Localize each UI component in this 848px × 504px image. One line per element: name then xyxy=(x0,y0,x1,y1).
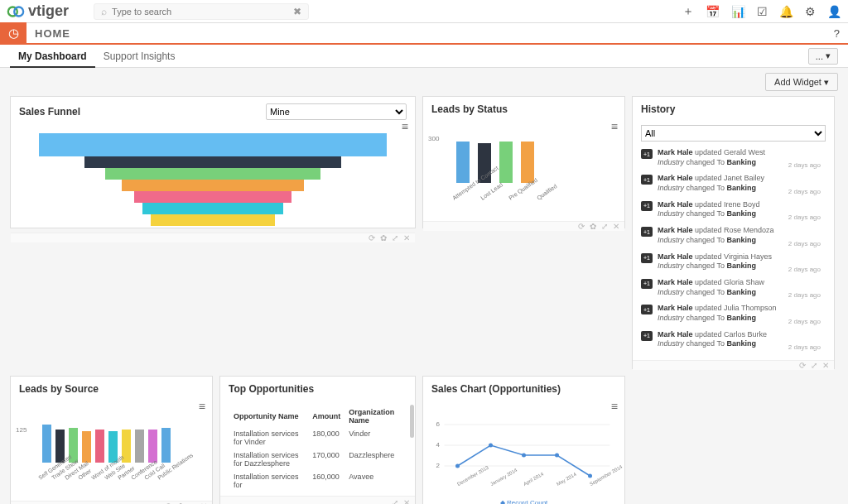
expand-icon[interactable]: ⤢ xyxy=(811,361,817,370)
expand-icon[interactable]: ⤢ xyxy=(392,498,398,504)
tabbar: My Dashboard Support Insights ... ▾ xyxy=(0,45,848,68)
close-icon[interactable]: ✕ xyxy=(403,498,410,504)
bar xyxy=(148,430,157,463)
widget-title: Top Opportunities xyxy=(229,383,314,395)
history-item[interactable]: +1Mark Hale updated Carlos BurkeIndustry… xyxy=(641,327,821,353)
check-icon[interactable]: ☑ xyxy=(757,5,768,18)
search-icon: ⌕ xyxy=(101,6,107,17)
home-icon[interactable]: ◷ xyxy=(0,22,26,44)
history-time: 2 days ago xyxy=(788,214,821,221)
close-icon[interactable]: ✕ xyxy=(822,361,829,370)
add-icon[interactable]: ＋ xyxy=(682,4,694,19)
update-icon: +1 xyxy=(641,175,653,185)
clear-search-icon[interactable]: ✖ xyxy=(293,6,301,17)
col-opp-name: Opportunity Name xyxy=(230,406,307,426)
widget-title: Sales Funnel xyxy=(19,106,80,118)
svg-point-1 xyxy=(14,7,23,16)
svg-point-11 xyxy=(555,454,559,458)
search-box[interactable]: ⌕ ✖ xyxy=(94,3,309,20)
add-widget-button[interactable]: Add Widget ▾ xyxy=(765,73,838,91)
user-icon[interactable]: 👤 xyxy=(827,5,841,18)
help-icon[interactable]: ? xyxy=(834,27,840,40)
bar xyxy=(521,142,534,183)
more-button[interactable]: ... ▾ xyxy=(808,48,838,65)
topbar: vtiger ⌕ ✖ ＋ 📅 📊 ☑ 🔔 ⚙ 👤 xyxy=(0,0,848,23)
bar xyxy=(82,431,91,463)
svg-point-8 xyxy=(455,464,460,468)
history-item[interactable]: +1Mark Hale updated Julia ThompsonIndust… xyxy=(641,300,821,326)
widget-leads-status: Leads by Status ≡ 300 Attempted to Conta… xyxy=(422,96,625,228)
history-time: 2 days ago xyxy=(788,240,821,247)
chart-icon[interactable]: 📊 xyxy=(731,5,745,18)
search-input[interactable] xyxy=(112,7,293,17)
update-icon: +1 xyxy=(641,149,653,159)
widget-title: Leads by Source xyxy=(19,383,99,395)
widget-title: History xyxy=(641,103,675,115)
gear-icon[interactable]: ⚙ xyxy=(805,5,816,18)
logo-text: vtiger xyxy=(28,2,69,20)
bar xyxy=(42,425,51,463)
svg-text:2: 2 xyxy=(436,462,441,469)
bar xyxy=(95,430,104,463)
refresh-icon[interactable]: ⟳ xyxy=(799,361,806,370)
bar xyxy=(135,430,144,463)
history-time: 2 days ago xyxy=(788,291,821,299)
tab-support-insights[interactable]: Support Insights xyxy=(95,45,184,68)
svg-point-12 xyxy=(588,474,592,478)
svg-point-10 xyxy=(522,454,526,458)
history-item[interactable]: +1Mark Hale updated Gerald WestIndustry … xyxy=(641,145,821,170)
history-time: 2 days ago xyxy=(788,318,821,325)
sales-line-chart: 6 4 2 xyxy=(431,416,616,482)
table-row[interactable]: Installation services for Dazzlesphere17… xyxy=(230,449,405,469)
home-label: HOME xyxy=(35,27,70,40)
history-item[interactable]: +1Mark Hale updated Janet BaileyIndustry… xyxy=(641,170,821,196)
update-icon: +1 xyxy=(641,279,653,289)
expand-icon[interactable]: ⤢ xyxy=(601,222,608,231)
y-tick: 300 xyxy=(428,135,439,142)
funnel-filter-select[interactable]: Mine xyxy=(266,103,407,120)
svg-point-9 xyxy=(489,444,493,448)
refresh-icon[interactable]: ⟳ xyxy=(369,233,375,242)
line-legend: ◆ Record Count xyxy=(431,499,616,504)
widget-leads-source: Leads by Source ≡ 125 Self GeneratedTrad… xyxy=(10,376,213,504)
logo[interactable]: vtiger xyxy=(7,2,69,21)
history-item[interactable]: +1Mark Hale updated Rose MendozaIndustry… xyxy=(641,223,821,248)
table-row[interactable]: Installation services for Vinder180,000V… xyxy=(230,428,405,448)
homebar: ◷ HOME ? xyxy=(0,23,848,45)
history-list[interactable]: +1Mark Hale updated Gerald WestIndustry … xyxy=(641,145,826,353)
bar xyxy=(499,142,513,183)
update-icon: +1 xyxy=(641,253,653,263)
expand-icon[interactable]: ⤢ xyxy=(392,233,398,242)
topbar-actions: ＋ 📅 📊 ☑ 🔔 ⚙ 👤 xyxy=(682,4,841,19)
scrollbar[interactable] xyxy=(410,405,414,438)
logo-icon xyxy=(7,2,25,21)
close-icon[interactable]: ✕ xyxy=(403,233,410,242)
bell-icon[interactable]: 🔔 xyxy=(779,5,793,18)
tab-my-dashboard[interactable]: My Dashboard xyxy=(10,45,95,68)
col-amount: Amount xyxy=(309,406,344,426)
close-icon[interactable]: ✕ xyxy=(613,222,619,231)
widget-title: Sales Chart (Opportunities) xyxy=(431,383,561,395)
widget-title: Leads by Status xyxy=(431,103,508,115)
settings-icon[interactable]: ✿ xyxy=(380,233,387,242)
update-icon: +1 xyxy=(641,201,653,211)
widget-history: History All +1Mark Hale updated Gerald W… xyxy=(632,96,835,369)
history-time: 2 days ago xyxy=(788,343,821,351)
history-filter-select[interactable]: All xyxy=(641,125,826,142)
table-row[interactable]: Installation services for160,000Avavee xyxy=(230,471,405,491)
calendar-icon[interactable]: 📅 xyxy=(706,5,720,18)
history-item[interactable]: +1Mark Hale updated Virginia HayesIndust… xyxy=(641,249,821,275)
update-icon: +1 xyxy=(641,331,653,341)
history-item[interactable]: +1Mark Hale updated Irene BoydIndustry c… xyxy=(641,197,821,223)
y-tick: 125 xyxy=(16,426,26,434)
settings-icon[interactable]: ✿ xyxy=(590,222,596,231)
x-label: Lost Lead xyxy=(479,181,504,200)
widget-sales-funnel: Sales Funnel Mine ≡ ⟳✿⤢✕ xyxy=(10,96,416,228)
history-time: 2 days ago xyxy=(788,188,821,195)
history-time: 2 days ago xyxy=(788,161,821,169)
refresh-icon[interactable]: ⟳ xyxy=(578,222,585,231)
widget-sales-chart: Sales Chart (Opportunities) ≡ 6 4 2 Dece… xyxy=(422,376,625,504)
history-item[interactable]: +1Mark Hale updated Gloria ShawIndustry … xyxy=(641,275,821,300)
widget-top-opportunities: Top Opportunities Opportunity Name Amoun… xyxy=(219,376,416,504)
update-icon: +1 xyxy=(641,305,653,314)
